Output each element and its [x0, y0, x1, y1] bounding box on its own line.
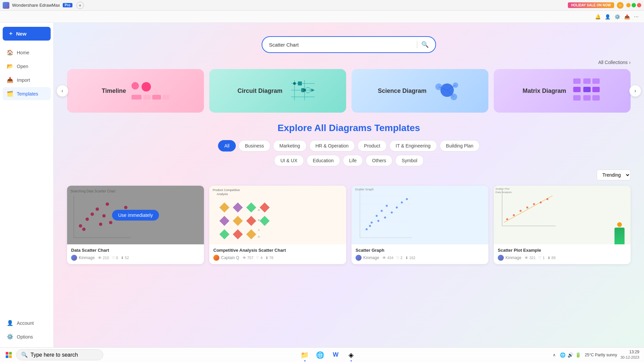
- sidebar-item-account[interactable]: 👤 Account: [3, 316, 51, 329]
- templates-icon: 🗂️: [7, 90, 13, 97]
- title-bar-left: Wondershare EdrawMax Pro +: [3, 2, 84, 9]
- filter-building[interactable]: Building Plan: [440, 140, 480, 152]
- use-immediately-btn-4[interactable]: Use immediately: [539, 210, 585, 221]
- taskbar-app-edraw[interactable]: ◈: [344, 348, 359, 362]
- taskbar-app-file-explorer[interactable]: 📁: [298, 348, 312, 362]
- carousel-card-matrix[interactable]: Matrix Diagram: [494, 69, 631, 113]
- filter-ui[interactable]: UI & UX: [274, 155, 304, 166]
- card-thumbnail-3: Scatter Graph: [352, 186, 488, 244]
- taskbar-search[interactable]: 🔍 Type here to search: [16, 349, 103, 360]
- filter-business[interactable]: Business: [238, 140, 270, 152]
- card-info-2: Competitive Analysis Scatter Chart Capta…: [209, 244, 346, 264]
- card-title-1: Data Scatter Chart: [71, 248, 200, 253]
- use-immediately-btn-1[interactable]: Use immediately: [112, 210, 159, 221]
- filter-education[interactable]: Education: [307, 155, 340, 166]
- sidebar-item-open[interactable]: 📂 Open: [3, 60, 51, 73]
- battery-icon: 🔋: [575, 352, 581, 358]
- stat-views-4: 👁 321: [525, 256, 535, 260]
- card-info-4: Scatter Plot Example Kinmage 👁 321 ♡ 1 ⬇…: [494, 244, 631, 264]
- taskbar-app-browser[interactable]: 🌐: [313, 348, 328, 362]
- card-author-1: Kinmage: [71, 255, 95, 261]
- author-avatar-3: [356, 255, 362, 261]
- author-name-3: Kinmage: [363, 255, 379, 260]
- title-bar: Wondershare EdrawMax Pro + HOLIDAY SALE …: [0, 0, 644, 11]
- taskbar-app-word[interactable]: W: [328, 348, 343, 362]
- template-card-3[interactable]: Scatter Graph: [352, 186, 488, 264]
- filter-marketing[interactable]: Marketing: [273, 140, 306, 152]
- template-card-2[interactable]: Product Competitive Analysis: [209, 186, 346, 264]
- sidebar-item-import[interactable]: 📥 Import: [3, 73, 51, 86]
- pro-badge: Pro: [63, 3, 72, 7]
- start-button[interactable]: [3, 349, 15, 361]
- search-button[interactable]: 🔍: [421, 41, 429, 48]
- card-author-3: Kinmage: [356, 255, 379, 261]
- sidebar-item-home[interactable]: 🏠 Home: [3, 46, 51, 59]
- filter-others[interactable]: Others: [366, 155, 392, 166]
- explore-title: Explore All Diagrams Templates: [67, 123, 631, 133]
- card-meta-4: Kinmage 👁 321 ♡ 1 ⬇ 89: [498, 255, 627, 261]
- card-overlay-1: Use immediately: [67, 186, 204, 244]
- sidebar-item-templates[interactable]: 🗂️ Templates: [3, 87, 51, 100]
- author-avatar-4: [498, 255, 504, 261]
- svg-rect-25: [583, 95, 591, 101]
- holiday-banner[interactable]: HOLIDAY SALE ON NOW: [568, 2, 614, 8]
- stat-likes-4: ♡ 1: [538, 256, 545, 260]
- taskbar-time[interactable]: 13:29 30-12-2023: [619, 349, 641, 360]
- search-input[interactable]: [269, 42, 413, 48]
- sidebar-bottom: 👤 Account ⚙️ Options: [3, 316, 51, 343]
- minimize-button[interactable]: [626, 3, 631, 7]
- svg-marker-10: [311, 88, 315, 92]
- use-immediately-btn-2[interactable]: Use immediately: [254, 210, 301, 221]
- user-icon[interactable]: 👤: [605, 14, 610, 19]
- app-logo: [3, 2, 9, 9]
- bell-icon[interactable]: 🔔: [595, 14, 601, 19]
- stat-saves-1: ⬇ 52: [121, 256, 129, 260]
- all-collections-link[interactable]: All Collections ›: [598, 60, 631, 65]
- carousel-card-circuit[interactable]: Circuit Diagram: [209, 69, 346, 113]
- carousel-prev-button[interactable]: ‹: [56, 85, 68, 97]
- maximize-button[interactable]: [632, 3, 636, 7]
- filter-product[interactable]: Product: [358, 140, 386, 152]
- home-icon: 🏠: [7, 49, 13, 56]
- sidebar-item-options[interactable]: ⚙️ Options: [3, 330, 51, 343]
- author-name-2: Captain Q: [221, 255, 239, 260]
- carousel-card-timeline[interactable]: Timeline: [67, 69, 204, 113]
- close-button[interactable]: [637, 3, 641, 7]
- collections-arrow: ›: [629, 60, 631, 65]
- user-avatar[interactable]: U: [617, 2, 624, 9]
- svg-point-9: [303, 89, 306, 92]
- card-stats-3: 👁 434 ♡ 2 ⬇ 162: [382, 256, 415, 260]
- template-card-1[interactable]: Searching Data Scartter Chart: [67, 186, 204, 264]
- share-icon[interactable]: 📤: [624, 14, 630, 19]
- taskbar-tray-arrow[interactable]: ∧: [553, 353, 556, 357]
- app-indicator: [304, 360, 306, 361]
- template-card-4[interactable]: Scatter Plot Data Analysis: [494, 186, 631, 264]
- title-bar-right: HOLIDAY SALE ON NOW U: [568, 2, 641, 9]
- carousel-next-button[interactable]: ›: [629, 85, 641, 97]
- stat-views-3: 👁 434: [382, 256, 393, 260]
- filter-life[interactable]: Life: [343, 155, 363, 166]
- collections-header: All Collections ›: [54, 60, 644, 69]
- filter-it[interactable]: IT & Engineering: [389, 140, 437, 152]
- circuit-illustration: [288, 77, 318, 105]
- taskbar-left: 🔍 Type here to search: [3, 349, 103, 361]
- use-immediately-btn-3[interactable]: Use immediately: [396, 210, 443, 221]
- carousel-card-science[interactable]: Science Diagram: [352, 69, 488, 113]
- svg-rect-93: [6, 355, 8, 358]
- tab-add-button[interactable]: +: [76, 2, 84, 9]
- filter-hr[interactable]: HR & Operation: [309, 140, 355, 152]
- filter-all[interactable]: All: [218, 140, 236, 152]
- svg-point-8: [293, 82, 296, 85]
- filter-symbol[interactable]: Symbol: [395, 155, 424, 166]
- sidebar: ＋ New 🏠 Home 📂 Open 📥 Import 🗂️ Template…: [0, 23, 54, 347]
- author-name-4: Kinmage: [505, 255, 521, 260]
- explore-title-colored: All Diagrams Templates: [314, 123, 420, 133]
- new-button[interactable]: ＋ New: [3, 27, 51, 41]
- sort-select[interactable]: Trending Newest Popular: [597, 170, 631, 180]
- svg-rect-18: [573, 78, 581, 84]
- card-title-3: Scatter Graph: [356, 248, 484, 253]
- author-name-1: Kinmage: [79, 255, 95, 260]
- stat-likes-2: ♡ 4: [256, 256, 262, 260]
- settings-icon[interactable]: ⚙️: [614, 14, 620, 19]
- more-icon[interactable]: ⋯: [634, 14, 639, 19]
